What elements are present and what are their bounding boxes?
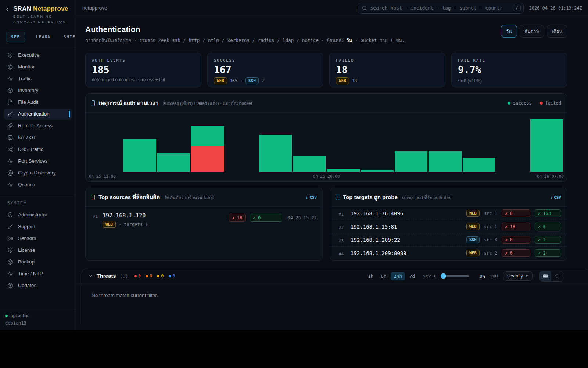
activity-icon	[7, 182, 13, 188]
collapse-sidebar-button[interactable]	[4, 5, 10, 14]
protocol-tag: WEB	[214, 77, 227, 84]
clock: 2026-04-26 01:13:24Z	[529, 6, 582, 11]
sidebar-item-support[interactable]: Support	[4, 221, 72, 232]
map-view-button[interactable]	[551, 271, 563, 281]
success-count-badge: ✓ 163	[535, 209, 561, 217]
sidebar-item-iot-ot[interactable]: IoT / OT	[4, 132, 72, 143]
success-bar	[429, 151, 461, 172]
mode-tab-shield[interactable]: SHIELD	[62, 32, 76, 42]
last-seen-time: 04-25 15:22	[288, 215, 317, 220]
range-button-7d[interactable]: 7d	[406, 272, 418, 280]
failed-count-badge: ✗ 18	[502, 223, 530, 230]
period-button-0[interactable]: วัน	[501, 25, 517, 38]
severity-dot	[134, 275, 137, 277]
severity-counter: 0	[146, 273, 152, 279]
sidebar-item-backup[interactable]: Backup	[4, 256, 72, 268]
download-icon: ↓	[306, 195, 308, 200]
sidebar-item-qsense[interactable]: Qsense	[4, 179, 72, 190]
stat-label: SUCCESS	[214, 58, 317, 63]
protocol-tag: WEB	[336, 77, 349, 84]
stat-badges: WEB18	[336, 77, 439, 84]
sidebar-item-traffic[interactable]: Traffic	[4, 73, 72, 84]
chart-bucket	[327, 115, 359, 172]
target-counts: WEBsrc 1✗ 18✓ 0	[466, 223, 561, 230]
range-button-1h[interactable]: 1h	[365, 272, 376, 280]
search-input[interactable]	[370, 5, 510, 11]
sort-select[interactable]: severity▼	[503, 271, 533, 281]
sidebar-item-label: File Audit	[18, 99, 39, 105]
chart-x-axis: 04-25 12:0004-25 20:0004-26 07:00	[89, 173, 564, 181]
target-host: 192.168.1.76:4096	[351, 210, 403, 216]
target-counts: WEBsrc 2✗ 0✓ 2	[466, 249, 561, 257]
target-host: 192.168.1.209:22	[351, 237, 400, 243]
source-row[interactable]: #1192.168.1.120WEB· targets 1✗ 18✓ 004-2…	[86, 207, 323, 228]
radio-icon	[7, 236, 13, 241]
panel-glyph-icon	[92, 195, 95, 200]
top-targets-title: Top targets ถูก probe	[343, 193, 398, 202]
target-row[interactable]: #1192.168.1.76:4096WEBsrc 1✗ 0✓ 163	[330, 207, 567, 220]
sidebar-item-time-ntp[interactable]: Time / NTP	[4, 268, 72, 279]
sidebar-item-label: License	[18, 247, 35, 253]
sidebar-item-executive[interactable]: Executive	[4, 50, 72, 61]
page-subtitle: การล็อกอินในเครือข่าย · รวมจาก Zeek ssh …	[85, 37, 405, 44]
sidebar-item-label: Inventory	[18, 88, 39, 93]
sidebar-item-port-services[interactable]: Port Services	[4, 156, 72, 167]
failed-count-badge: ✗ 0	[502, 209, 530, 217]
sidebar-footer: api online debian13	[0, 309, 76, 330]
target-host: 192.168.1.15:81	[351, 224, 397, 230]
activity-icon	[7, 76, 13, 82]
sources-csv-export-button[interactable]: ↓CSV	[306, 195, 317, 200]
table-view-button[interactable]	[539, 271, 551, 281]
top-sources-panel: Top sources ที่ล็อกอินผิด จัดอันดับจากจำ…	[85, 188, 323, 261]
threats-panel: Threats (0) 0000 1h6h24h7d sev ≥ 0% sort…	[82, 269, 588, 324]
target-row[interactable]: #4192.168.1.209:8089WEBsrc 2✗ 0✓ 2	[330, 246, 567, 259]
severity-counter: 0	[134, 273, 141, 279]
severity-dot	[157, 275, 159, 277]
sidebar-item-monitor[interactable]: Monitor	[4, 61, 72, 72]
source-meta: WEB· targets 1	[103, 221, 148, 228]
sidebar-item-authentication[interactable]: Authentication	[4, 109, 72, 120]
target-row[interactable]: #2192.168.1.15:81WEBsrc 1✗ 18✓ 0	[330, 220, 567, 233]
package-icon	[7, 283, 13, 289]
severity-count: 0	[150, 273, 152, 279]
range-button-24h[interactable]: 24h	[391, 272, 405, 280]
mode-tab-see[interactable]: SEE	[6, 32, 25, 42]
target-row[interactable]: #3192.168.1.209:22SSHsrc 3✗ 0✓ 2	[330, 233, 567, 246]
sidebar-item-administrator[interactable]: Administrator	[4, 209, 72, 220]
sidebar-item-label: DNS Traffic	[18, 146, 43, 152]
period-button-2[interactable]: เดือน	[547, 25, 567, 38]
sidebar-item-sensors[interactable]: Sensors	[4, 233, 72, 244]
mode-tab-learn[interactable]: LEARN	[34, 32, 53, 42]
sidebar-item-updates[interactable]: Updates	[4, 280, 72, 291]
sidebar-item-license[interactable]: License	[4, 245, 72, 256]
sidebar-item-remote-access[interactable]: Remote Access	[4, 120, 72, 131]
brand-primary: SRAN	[13, 5, 31, 12]
failed-bar	[191, 146, 224, 172]
global-search[interactable]: /	[358, 3, 524, 14]
source-count: src 2	[484, 251, 497, 256]
stat-card: FAILED18WEB18	[329, 53, 445, 87]
collapse-threats-button[interactable]	[88, 273, 93, 279]
period-button-1[interactable]: สัปดาห์	[520, 25, 544, 38]
legend-failed: failed	[540, 100, 561, 106]
severity-slider[interactable]	[441, 275, 469, 277]
failed-count-badge: ✗ 0	[502, 236, 530, 244]
targets-csv-export-button[interactable]: ↓CSV	[550, 195, 562, 200]
stat-cards: AUTH EVENTS185determined outcomes · succ…	[85, 53, 567, 87]
page-header: Authentication การล็อกอินในเครือข่าย · ร…	[85, 25, 567, 44]
sidebar-item-crypto-discovery[interactable]: Crypto Discovery	[4, 167, 72, 178]
sidebar-nav-system: AdministratorSupportSensorsLicenseBackup…	[0, 207, 76, 292]
sidebar-item-file-audit[interactable]: File Audit	[4, 97, 72, 108]
chart-legend: successfailed	[508, 100, 561, 106]
success-bar	[157, 153, 190, 172]
bottom-panels: Top sources ที่ล็อกอินผิด จัดอันดับจากจำ…	[85, 188, 567, 261]
box-icon	[7, 88, 13, 93]
severity-filter-value: 0%	[480, 273, 485, 279]
sidebar-item-inventory[interactable]: Inventory	[4, 85, 72, 96]
sidebar-item-dns-traffic[interactable]: DNS Traffic	[4, 144, 72, 155]
success-bar	[123, 139, 156, 172]
range-button-6h[interactable]: 6h	[378, 272, 389, 280]
severity-slider-thumb[interactable]	[441, 273, 446, 279]
success-bar	[293, 156, 326, 172]
shield-check-icon	[7, 247, 13, 253]
